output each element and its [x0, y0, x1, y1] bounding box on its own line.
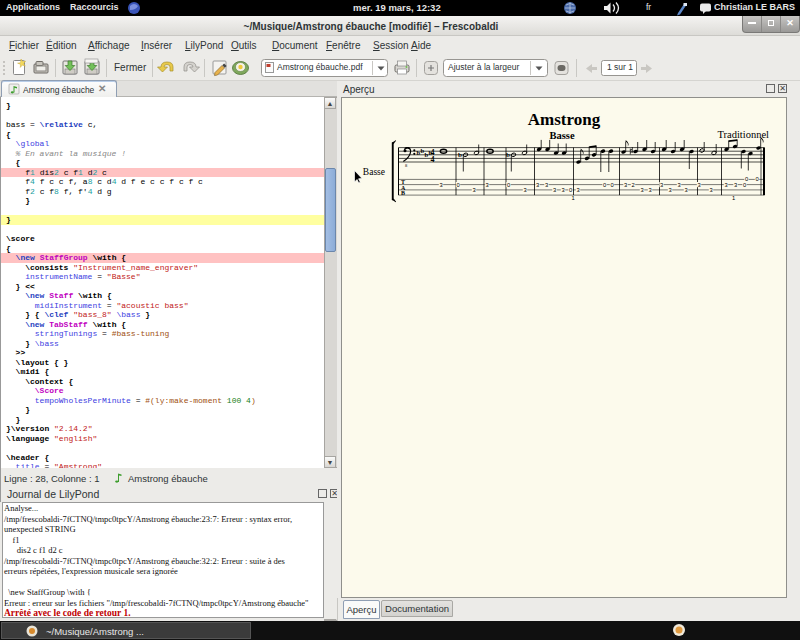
svg-text:0: 0 — [507, 182, 510, 188]
svg-text:b: b — [458, 151, 462, 159]
svg-text:0: 0 — [743, 182, 746, 188]
svg-text:1: 1 — [571, 195, 574, 201]
svg-text:8: 8 — [405, 163, 408, 168]
svg-text:3: 3 — [640, 187, 643, 193]
svg-text:0: 0 — [569, 187, 572, 193]
svg-text:B: B — [401, 190, 405, 196]
svg-text:3: 3 — [724, 182, 727, 188]
svg-text:Basse: Basse — [363, 167, 385, 177]
svg-text:3: 3 — [561, 187, 564, 193]
svg-text:3: 3 — [697, 182, 700, 188]
svg-text:3: 3 — [648, 187, 651, 193]
svg-text:3: 3 — [684, 187, 687, 193]
svg-text:3: 3 — [576, 187, 579, 193]
svg-text:1: 1 — [732, 195, 735, 201]
svg-text:3: 3 — [553, 187, 556, 193]
svg-text:0: 0 — [456, 182, 459, 188]
svg-text:Basse: Basse — [549, 130, 574, 141]
svg-text:3: 3 — [660, 182, 663, 188]
svg-text:0: 0 — [755, 176, 758, 182]
svg-text:3: 3 — [734, 182, 737, 188]
svg-text:b: b — [506, 151, 510, 159]
svg-text:Amstrong: Amstrong — [528, 110, 601, 129]
svg-text:2: 2 — [631, 182, 634, 188]
svg-text:0: 0 — [610, 182, 613, 188]
svg-text:3: 3 — [545, 182, 548, 188]
svg-text:0: 0 — [603, 182, 606, 188]
svg-text:3: 3 — [668, 187, 671, 193]
svg-text:4: 4 — [431, 155, 435, 164]
svg-text:3: 3 — [709, 187, 712, 193]
svg-text:3: 3 — [472, 187, 475, 193]
svg-text:3: 3 — [485, 182, 488, 188]
svg-text:0: 0 — [745, 176, 748, 182]
svg-text:3: 3 — [677, 182, 680, 188]
svg-text:3: 3 — [439, 182, 442, 188]
svg-text:3: 3 — [536, 182, 539, 188]
svg-text:3: 3 — [523, 187, 526, 193]
svg-text:3: 3 — [624, 182, 627, 188]
